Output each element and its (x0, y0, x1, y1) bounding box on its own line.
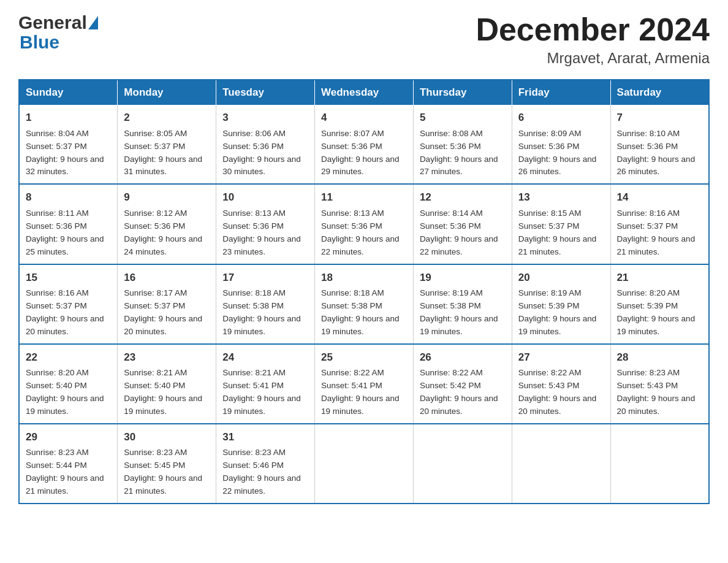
day-number: 3 (222, 110, 308, 126)
page-header: General Blue December 2024 Mrgavet, Arar… (18, 12, 710, 67)
day-number: 13 (518, 190, 604, 205)
calendar-cell: 20Sunrise: 8:19 AMSunset: 5:39 PMDayligh… (512, 264, 610, 344)
calendar-cell: 5Sunrise: 8:08 AMSunset: 5:36 PMDaylight… (413, 105, 512, 184)
day-info: Sunrise: 8:20 AMSunset: 5:40 PMDaylight:… (26, 367, 111, 418)
calendar-cell: 30Sunrise: 8:23 AMSunset: 5:45 PMDayligh… (118, 424, 216, 504)
logo-triangle-icon (88, 16, 98, 29)
day-number: 23 (124, 350, 210, 366)
day-info: Sunrise: 8:16 AMSunset: 5:37 PMDaylight:… (617, 207, 702, 259)
header-wednesday: Wednesday (315, 80, 414, 105)
day-info: Sunrise: 8:07 AMSunset: 5:36 PMDaylight:… (321, 128, 407, 179)
day-number: 25 (321, 350, 407, 366)
day-number: 12 (420, 190, 506, 205)
calendar-cell (512, 424, 610, 504)
header-sunday: Sunday (19, 80, 118, 105)
header-thursday: Thursday (413, 80, 512, 105)
logo-general-text: General (18, 12, 87, 33)
day-number: 6 (518, 110, 604, 126)
day-info: Sunrise: 8:09 AMSunset: 5:36 PMDaylight:… (518, 128, 604, 179)
calendar-cell: 8Sunrise: 8:11 AMSunset: 5:36 PMDaylight… (19, 184, 118, 264)
calendar-cell: 21Sunrise: 8:20 AMSunset: 5:39 PMDayligh… (610, 264, 709, 344)
day-info: Sunrise: 8:18 AMSunset: 5:38 PMDaylight:… (321, 287, 407, 339)
day-number: 27 (518, 350, 604, 366)
day-number: 17 (222, 270, 308, 286)
day-info: Sunrise: 8:04 AMSunset: 5:37 PMDaylight:… (26, 128, 111, 179)
calendar-week-4: 22Sunrise: 8:20 AMSunset: 5:40 PMDayligh… (19, 344, 709, 424)
day-number: 22 (26, 350, 111, 366)
day-info: Sunrise: 8:13 AMSunset: 5:36 PMDaylight:… (321, 207, 407, 259)
title-block: December 2024 Mrgavet, Ararat, Armenia (476, 12, 710, 67)
day-number: 16 (124, 270, 210, 286)
day-number: 10 (222, 190, 308, 205)
day-number: 5 (420, 110, 506, 126)
day-number: 20 (518, 270, 604, 286)
calendar-cell: 17Sunrise: 8:18 AMSunset: 5:38 PMDayligh… (216, 264, 315, 344)
day-number: 28 (617, 350, 702, 366)
calendar-cell: 3Sunrise: 8:06 AMSunset: 5:36 PMDaylight… (216, 105, 315, 184)
calendar-cell: 25Sunrise: 8:22 AMSunset: 5:41 PMDayligh… (315, 344, 414, 424)
calendar-cell: 1Sunrise: 8:04 AMSunset: 5:37 PMDaylight… (19, 105, 118, 184)
day-number: 29 (26, 429, 111, 445)
day-number: 8 (26, 190, 111, 205)
calendar-cell: 6Sunrise: 8:09 AMSunset: 5:36 PMDaylight… (512, 105, 610, 184)
page-subtitle: Mrgavet, Ararat, Armenia (476, 50, 710, 67)
calendar-cell: 27Sunrise: 8:22 AMSunset: 5:43 PMDayligh… (512, 344, 610, 424)
day-info: Sunrise: 8:21 AMSunset: 5:40 PMDaylight:… (124, 367, 210, 418)
calendar-cell: 22Sunrise: 8:20 AMSunset: 5:40 PMDayligh… (19, 344, 118, 424)
day-info: Sunrise: 8:05 AMSunset: 5:37 PMDaylight:… (124, 128, 210, 179)
day-info: Sunrise: 8:23 AMSunset: 5:45 PMDaylight:… (124, 446, 210, 498)
day-info: Sunrise: 8:21 AMSunset: 5:41 PMDaylight:… (222, 367, 308, 418)
calendar-cell: 13Sunrise: 8:15 AMSunset: 5:37 PMDayligh… (512, 184, 610, 264)
day-info: Sunrise: 8:08 AMSunset: 5:36 PMDaylight:… (420, 128, 506, 179)
logo-blue-text: Blue (20, 33, 99, 52)
calendar-cell (315, 424, 414, 504)
calendar-header-row: SundayMondayTuesdayWednesdayThursdayFrid… (19, 80, 709, 105)
day-info: Sunrise: 8:19 AMSunset: 5:39 PMDaylight:… (518, 287, 604, 339)
logo: General Blue (18, 12, 99, 52)
day-number: 7 (617, 110, 702, 126)
day-info: Sunrise: 8:23 AMSunset: 5:43 PMDaylight:… (617, 367, 702, 418)
day-number: 15 (26, 270, 111, 286)
day-info: Sunrise: 8:22 AMSunset: 5:41 PMDaylight:… (321, 367, 407, 418)
day-number: 26 (420, 350, 506, 366)
day-info: Sunrise: 8:18 AMSunset: 5:38 PMDaylight:… (222, 287, 308, 339)
calendar-table: SundayMondayTuesdayWednesdayThursdayFrid… (18, 79, 710, 504)
day-number: 4 (321, 110, 407, 126)
day-number: 9 (124, 190, 210, 205)
day-info: Sunrise: 8:06 AMSunset: 5:36 PMDaylight:… (222, 128, 308, 179)
calendar-week-2: 8Sunrise: 8:11 AMSunset: 5:36 PMDaylight… (19, 184, 709, 264)
calendar-cell (610, 424, 709, 504)
calendar-week-5: 29Sunrise: 8:23 AMSunset: 5:44 PMDayligh… (19, 424, 709, 504)
calendar-cell: 10Sunrise: 8:13 AMSunset: 5:36 PMDayligh… (216, 184, 315, 264)
calendar-cell: 31Sunrise: 8:23 AMSunset: 5:46 PMDayligh… (216, 424, 315, 504)
day-info: Sunrise: 8:23 AMSunset: 5:46 PMDaylight:… (222, 446, 308, 498)
day-number: 2 (124, 110, 210, 126)
calendar-cell: 7Sunrise: 8:10 AMSunset: 5:36 PMDaylight… (610, 105, 709, 184)
calendar-cell: 29Sunrise: 8:23 AMSunset: 5:44 PMDayligh… (19, 424, 118, 504)
day-number: 14 (617, 190, 702, 205)
day-info: Sunrise: 8:19 AMSunset: 5:38 PMDaylight:… (420, 287, 506, 339)
day-number: 1 (26, 110, 111, 126)
calendar-cell: 18Sunrise: 8:18 AMSunset: 5:38 PMDayligh… (315, 264, 414, 344)
day-info: Sunrise: 8:22 AMSunset: 5:43 PMDaylight:… (518, 367, 604, 418)
calendar-cell: 2Sunrise: 8:05 AMSunset: 5:37 PMDaylight… (118, 105, 216, 184)
calendar-cell: 12Sunrise: 8:14 AMSunset: 5:36 PMDayligh… (413, 184, 512, 264)
day-info: Sunrise: 8:10 AMSunset: 5:36 PMDaylight:… (617, 128, 702, 179)
day-info: Sunrise: 8:13 AMSunset: 5:36 PMDaylight:… (222, 207, 308, 259)
calendar-cell: 28Sunrise: 8:23 AMSunset: 5:43 PMDayligh… (610, 344, 709, 424)
day-info: Sunrise: 8:11 AMSunset: 5:36 PMDaylight:… (26, 207, 111, 259)
day-number: 19 (420, 270, 506, 286)
day-info: Sunrise: 8:23 AMSunset: 5:44 PMDaylight:… (26, 446, 111, 498)
day-number: 18 (321, 270, 407, 286)
calendar-cell: 24Sunrise: 8:21 AMSunset: 5:41 PMDayligh… (216, 344, 315, 424)
page-title: December 2024 (476, 12, 710, 47)
calendar-cell: 4Sunrise: 8:07 AMSunset: 5:36 PMDaylight… (315, 105, 414, 184)
day-number: 30 (124, 429, 210, 445)
calendar-cell (413, 424, 512, 504)
day-info: Sunrise: 8:14 AMSunset: 5:36 PMDaylight:… (420, 207, 506, 259)
header-tuesday: Tuesday (216, 80, 315, 105)
calendar-cell: 26Sunrise: 8:22 AMSunset: 5:42 PMDayligh… (413, 344, 512, 424)
calendar-week-3: 15Sunrise: 8:16 AMSunset: 5:37 PMDayligh… (19, 264, 709, 344)
calendar-cell: 19Sunrise: 8:19 AMSunset: 5:38 PMDayligh… (413, 264, 512, 344)
day-number: 21 (617, 270, 702, 286)
